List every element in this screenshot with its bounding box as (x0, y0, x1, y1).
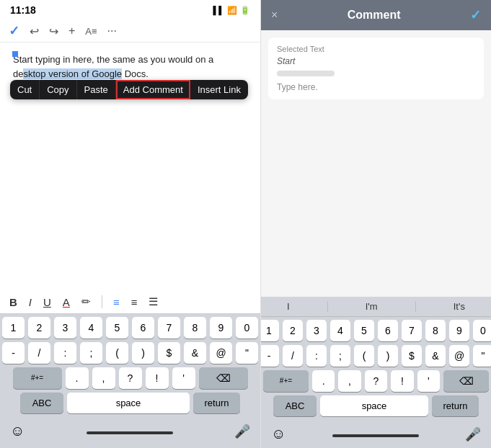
right-key-semicolon[interactable]: ; (330, 345, 350, 367)
right-key-ampersand[interactable]: & (425, 345, 446, 367)
highlight-button[interactable]: ✏ (79, 295, 93, 309)
key-rparen[interactable]: ) (132, 342, 154, 364)
right-key-8[interactable]: 8 (425, 320, 446, 341)
right-key-lparen[interactable]: ( (354, 345, 374, 367)
type-here-label[interactable]: Type here. (277, 82, 475, 92)
sym-row: - / : ; ( ) $ & @ " (2, 342, 258, 364)
key-colon[interactable]: : (54, 342, 76, 364)
underline-button[interactable]: U (41, 295, 53, 309)
suggestion-its[interactable]: It's (454, 301, 465, 312)
key-apostrophe[interactable]: ' (172, 367, 195, 389)
right-key-question[interactable]: ? (365, 370, 387, 392)
right-key-backspace[interactable]: ⌫ (443, 370, 489, 392)
right-key-5[interactable]: 5 (354, 320, 374, 341)
right-key-slash[interactable]: / (283, 345, 303, 367)
insert-link-button[interactable]: Insert Link (190, 80, 248, 99)
key-5[interactable]: 5 (106, 317, 128, 339)
key-at[interactable]: @ (210, 342, 232, 364)
status-icons: ▌▌ 📶 🔋 (213, 6, 250, 15)
right-emoji-icon[interactable]: ☺ (271, 426, 286, 442)
text-format-icon[interactable]: A≡ (85, 26, 97, 37)
key-abc[interactable]: ABC (20, 393, 63, 413)
key-comma[interactable]: , (92, 367, 115, 389)
mic-icon[interactable]: 🎤 (234, 424, 250, 439)
key-2[interactable]: 2 (28, 317, 50, 339)
right-key-rparen[interactable]: ) (378, 345, 398, 367)
right-key-0[interactable]: 0 (473, 320, 491, 341)
key-0[interactable]: 0 (236, 317, 258, 339)
key-quote[interactable]: " (236, 342, 258, 364)
add-icon[interactable]: + (68, 24, 75, 37)
emoji-icon[interactable]: ☺ (10, 423, 25, 439)
right-key-9[interactable]: 9 (449, 320, 469, 341)
right-key-return[interactable]: return (432, 395, 479, 416)
right-key-symbols[interactable]: #+= (263, 370, 309, 392)
right-key-comma[interactable]: , (338, 370, 360, 392)
key-lparen[interactable]: ( (106, 342, 128, 364)
right-key-at[interactable]: @ (449, 345, 469, 367)
key-ampersand[interactable]: & (184, 342, 206, 364)
suggestion-im[interactable]: I'm (366, 301, 378, 312)
key-exclamation[interactable]: ! (146, 367, 169, 389)
key-period[interactable]: . (66, 367, 89, 389)
right-mic-icon[interactable]: 🎤 (465, 426, 481, 442)
right-key-space[interactable]: space (320, 395, 428, 416)
align-center-button[interactable]: ≡ (129, 295, 140, 309)
add-comment-button[interactable]: Add Comment (116, 80, 190, 99)
wifi-icon: 📶 (227, 6, 237, 15)
comment-spacer (261, 107, 491, 297)
key-4[interactable]: 4 (80, 317, 102, 339)
action-row: ABC space return (2, 393, 258, 413)
more-icon[interactable]: ··· (107, 24, 117, 37)
list-button[interactable]: ☰ (146, 295, 160, 309)
key-return[interactable]: return (193, 393, 240, 413)
toolbar: ✓ ↩ ↪ + A≡ ··· (0, 20, 260, 42)
doc-text-selected: sktop version of Google (23, 68, 122, 79)
right-key-exclamation[interactable]: ! (391, 370, 413, 392)
bold-button[interactable]: B (7, 295, 19, 309)
left-keyboard: 1 2 3 4 5 6 7 8 9 0 - / : ; ( ) $ & @ (0, 314, 260, 420)
cut-button[interactable]: Cut (10, 80, 40, 99)
suggestion-i[interactable]: I (287, 301, 290, 312)
format-bar: B I U A ✏ ≡ ≡ ☰ (0, 290, 260, 314)
right-key-abc[interactable]: ABC (273, 395, 317, 416)
right-key-apostrophe[interactable]: ' (417, 370, 440, 392)
key-symbols[interactable]: #+= (13, 367, 62, 389)
key-6[interactable]: 6 (132, 317, 154, 339)
key-question[interactable]: ? (119, 367, 142, 389)
italic-button[interactable]: I (27, 295, 34, 309)
key-1[interactable]: 1 (2, 317, 25, 339)
right-key-6[interactable]: 6 (378, 320, 398, 341)
redo-icon[interactable]: ↪ (49, 24, 58, 38)
right-key-1[interactable]: 1 (259, 320, 279, 341)
undo-icon[interactable]: ↩ (30, 24, 39, 38)
right-key-quote[interactable]: " (473, 345, 491, 367)
suggestion-bar: I I'm It's (261, 297, 491, 317)
comment-submit-button[interactable]: ✓ (470, 7, 481, 23)
font-color-button[interactable]: A (61, 295, 72, 309)
key-semicolon[interactable]: ; (80, 342, 102, 364)
key-dollar[interactable]: $ (158, 342, 180, 364)
key-backspace[interactable]: ⌫ (199, 367, 248, 389)
paste-button[interactable]: Paste (77, 80, 116, 99)
key-space[interactable]: space (67, 393, 190, 413)
right-key-4[interactable]: 4 (330, 320, 350, 341)
right-key-3[interactable]: 3 (306, 320, 327, 341)
close-button[interactable]: × (271, 9, 278, 22)
suggestion-divider-1 (327, 301, 328, 312)
key-3[interactable]: 3 (54, 317, 76, 339)
right-key-period[interactable]: . (312, 370, 335, 392)
right-key-colon[interactable]: : (306, 345, 327, 367)
right-key-2[interactable]: 2 (283, 320, 303, 341)
key-slash[interactable]: / (28, 342, 50, 364)
key-9[interactable]: 9 (210, 317, 232, 339)
copy-button[interactable]: Copy (40, 80, 76, 99)
right-key-7[interactable]: 7 (402, 320, 422, 341)
key-8[interactable]: 8 (184, 317, 206, 339)
right-key-dash[interactable]: - (259, 345, 279, 367)
checkmark-icon[interactable]: ✓ (9, 23, 19, 39)
right-key-dollar[interactable]: $ (402, 345, 422, 367)
key-7[interactable]: 7 (158, 317, 180, 339)
align-left-button[interactable]: ≡ (111, 295, 122, 309)
key-dash[interactable]: - (2, 342, 25, 364)
